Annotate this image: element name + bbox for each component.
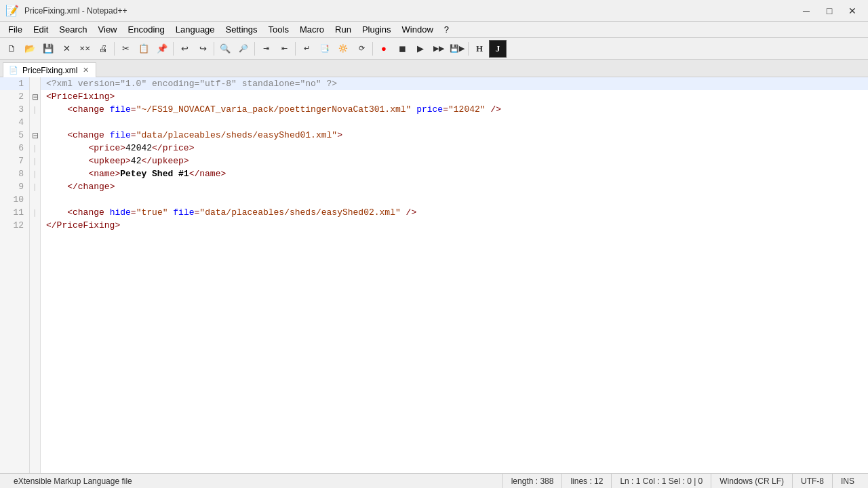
status-bar: eXtensible Markup Language file length :… xyxy=(0,473,868,488)
fold-5[interactable]: ⊟ xyxy=(30,129,40,142)
xml-decl-1: <?xml version="1.0" encoding="utf-8" sta… xyxy=(46,77,337,90)
xml-attr-file5: file xyxy=(110,129,131,142)
xml-attr-file11: file xyxy=(173,206,194,219)
toolbar-record[interactable]: ● xyxy=(375,40,393,58)
code-line-7: <upkeep>42</upkeep> xyxy=(41,155,868,167)
xml-price-val: 42042 xyxy=(125,142,152,155)
fold-10 xyxy=(30,193,40,206)
xml-pricefixing-close: </PriceFixing> xyxy=(46,219,120,232)
toolbar-cut[interactable]: ✂ xyxy=(117,40,134,58)
fold-3: │ xyxy=(30,103,40,116)
code-area[interactable]: <?xml version="1.0" encoding="utf-8" sta… xyxy=(41,77,868,473)
toolbar-sync[interactable]: ⟳ xyxy=(353,40,370,58)
menu-view[interactable]: View xyxy=(93,22,123,37)
toolbar-new[interactable]: 🗋 xyxy=(3,40,20,58)
menu-bar: File Edit Search View Encoding Language … xyxy=(0,22,868,38)
line-num-10: 10 xyxy=(0,193,29,206)
toolbar-undo[interactable]: ↩ xyxy=(176,40,193,58)
tab-file-icon: 📄 xyxy=(9,66,18,75)
xml-close11: /> xyxy=(401,206,416,219)
title-bar: 📝 PriceFixing.xml - Notepad++ ─ □ ✕ xyxy=(0,0,868,22)
xml-tag-2: <PriceFixing> xyxy=(46,90,115,103)
encoding-label: UTF-8 xyxy=(801,476,824,486)
toolbar-find2[interactable]: 🔎 xyxy=(235,40,252,58)
xml-close3: /> xyxy=(486,103,501,116)
toolbar-wordwrap[interactable]: ↵ xyxy=(298,40,315,58)
toolbar-sep7 xyxy=(468,42,469,56)
toolbar-open[interactable]: 📂 xyxy=(21,40,39,58)
menu-window[interactable]: Window xyxy=(397,22,439,37)
toolbar-close-doc[interactable]: ✕ xyxy=(58,40,75,58)
line-numbers: 1 2 3 4 5 6 7 8 9 10 11 12 xyxy=(0,77,30,473)
tab-pricefixing[interactable]: 📄 PriceFixing.xml ✕ xyxy=(3,62,96,77)
toolbar-sep6 xyxy=(372,42,373,56)
toolbar-sep2 xyxy=(173,42,174,56)
toolbar-J[interactable]: J xyxy=(489,40,507,58)
xml-upkeep-val: 42 xyxy=(131,155,142,167)
line-num-5: 5 xyxy=(0,129,29,142)
toolbar-print[interactable]: 🖨 xyxy=(94,40,112,58)
status-lines: lines : 12 xyxy=(562,474,612,488)
fold-4 xyxy=(30,116,40,129)
menu-plugins[interactable]: Plugins xyxy=(357,22,397,37)
line-num-4: 4 xyxy=(0,116,29,129)
app-icon: 📝 xyxy=(5,4,19,18)
toolbar-stop[interactable]: ◼ xyxy=(393,40,411,58)
toolbar-runmacro[interactable]: ▶▶ xyxy=(430,40,448,58)
tab-close-button[interactable]: ✕ xyxy=(81,66,90,75)
menu-macro[interactable]: Macro xyxy=(294,22,330,37)
fold-11: │ xyxy=(30,206,40,219)
tab-bar: 📄 PriceFixing.xml ✕ xyxy=(0,60,868,77)
menu-help[interactable]: ? xyxy=(439,22,454,37)
toolbar-alldocs[interactable]: 📑 xyxy=(316,40,334,58)
toolbar-copy[interactable]: 📋 xyxy=(135,40,153,58)
menu-edit[interactable]: Edit xyxy=(28,22,54,37)
fold-2[interactable]: ⊟ xyxy=(30,90,40,103)
toolbar-indent[interactable]: ⇥ xyxy=(257,40,275,58)
toolbar-sep3 xyxy=(214,42,214,56)
toolbar-zoom[interactable]: 🔆 xyxy=(334,40,352,58)
minimize-button[interactable]: ─ xyxy=(796,4,816,18)
xml-change-tag-3a: <change xyxy=(67,103,109,116)
toolbar-save[interactable]: 💾 xyxy=(39,40,57,58)
xml-change-tag-11a: <change xyxy=(67,206,109,219)
menu-file[interactable]: File xyxy=(3,22,28,37)
xml-val-price3: "12042" xyxy=(448,103,486,116)
toolbar-unindent[interactable]: ⇤ xyxy=(275,40,293,58)
toolbar-close-all[interactable]: ✕✕ xyxy=(76,40,94,58)
menu-encoding[interactable]: Encoding xyxy=(123,22,170,37)
menu-search[interactable]: Search xyxy=(54,22,92,37)
fold-12 xyxy=(30,219,40,232)
xml-close5: > xyxy=(337,129,342,142)
xml-name-close: </name> xyxy=(189,167,226,180)
menu-language[interactable]: Language xyxy=(170,22,220,37)
status-position: Ln : 1 Col : 1 Sel : 0 | 0 xyxy=(612,474,711,488)
line-num-3: 3 xyxy=(0,103,29,116)
restore-button[interactable]: □ xyxy=(819,4,840,18)
toolbar-play[interactable]: ▶ xyxy=(412,40,429,58)
fold-6: │ xyxy=(30,142,40,155)
close-window-button[interactable]: ✕ xyxy=(842,4,863,18)
xml-price-close: </price> xyxy=(152,142,194,155)
toolbar-redo[interactable]: ↪ xyxy=(194,40,212,58)
code-line-4 xyxy=(41,116,868,129)
toolbar-sep5 xyxy=(295,42,296,56)
toolbar: 🗋 📂 💾 ✕ ✕✕ 🖨 ✂ 📋 📌 ↩ ↪ 🔍 🔎 ⇥ ⇤ ↵ 📑 🔆 ⟳ ●… xyxy=(0,38,868,60)
toolbar-savemacro[interactable]: 💾▶ xyxy=(448,40,466,58)
toolbar-H[interactable]: H xyxy=(471,40,488,58)
lines-label: lines : 12 xyxy=(570,476,603,486)
toolbar-paste[interactable]: 📌 xyxy=(153,40,171,58)
title-text: PriceFixing.xml - Notepad++ xyxy=(24,6,796,16)
menu-run[interactable]: Run xyxy=(330,22,357,37)
position-label: Ln : 1 Col : 1 Sel : 0 | 0 xyxy=(620,476,703,486)
line-num-12: 12 xyxy=(0,219,29,232)
line-num-7: 7 xyxy=(0,155,29,167)
status-line-ending: Windows (CR LF) xyxy=(711,474,793,488)
menu-tools[interactable]: Tools xyxy=(263,22,294,37)
xml-price-open: <price> xyxy=(88,142,125,155)
xml-val-file11: "data/placeables/sheds/easyShed02.xml" xyxy=(199,206,400,219)
menu-settings[interactable]: Settings xyxy=(220,22,263,37)
toolbar-find[interactable]: 🔍 xyxy=(216,40,234,58)
code-line-11: <change hide="true" file="data/placeable… xyxy=(41,206,868,219)
code-line-9: </change> xyxy=(41,180,868,193)
